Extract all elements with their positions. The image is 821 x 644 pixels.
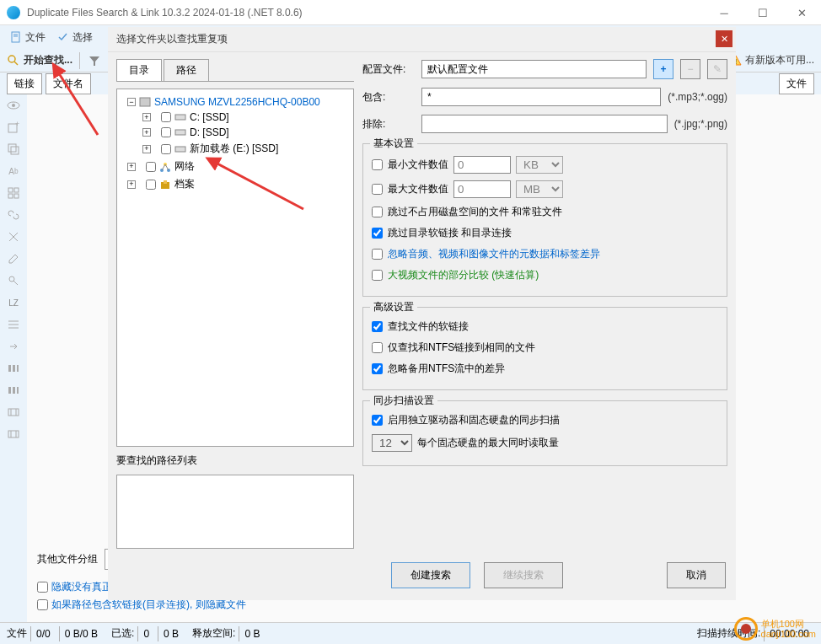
svg-rect-54 <box>175 115 185 120</box>
skip-symlink-row[interactable]: 跳过目录软链接 和目录连接 <box>372 223 718 244</box>
include-input[interactable] <box>421 88 661 106</box>
menu-select[interactable]: 选择 <box>54 29 96 46</box>
sb-arrow-icon[interactable] <box>5 339 22 354</box>
tree-drive-e[interactable]: + 新加载卷 (E:) [SSD] <box>121 140 350 158</box>
config-remove-button[interactable]: − <box>680 59 700 79</box>
min-size-label: 最小文件数值 <box>388 158 448 172</box>
ignore-alt-ntfs-row[interactable]: 忽略备用NTFS流中的差异 <box>372 358 718 379</box>
svg-rect-46 <box>17 387 19 394</box>
tree-drive-c[interactable]: + C: [SSD] <box>121 110 350 125</box>
partial-video-row[interactable]: 大视频文件的部分比较 (快速估算) <box>372 265 718 286</box>
max-size-checkbox[interactable] <box>372 184 383 195</box>
sb-bars1-icon[interactable] <box>5 317 22 332</box>
sb-film1-icon[interactable] <box>5 405 22 420</box>
sync-threads-select[interactable]: 12 <box>372 434 412 452</box>
max-unit-select[interactable]: MB <box>516 180 563 198</box>
exclude-input[interactable] <box>421 115 668 133</box>
tree-archive[interactable]: + 档案 <box>121 175 350 193</box>
tab-path[interactable]: 路径 <box>164 59 209 81</box>
sync-enable-checkbox[interactable] <box>372 415 383 426</box>
sb-copy-icon[interactable] <box>5 142 22 157</box>
new-version-notice[interactable]: ! 有新版本可用... <box>730 53 814 67</box>
min-size-checkbox[interactable] <box>372 159 383 170</box>
folder-tree[interactable]: − SAMSUNG MZVL2256HCHQ-00B00 + C: [SSD] … <box>116 89 354 447</box>
sb-grid-icon[interactable] <box>5 185 22 201</box>
tab-filename[interactable]: 文件名 <box>46 73 91 94</box>
ignore-meta-checkbox[interactable] <box>372 249 383 260</box>
tree-drive-d[interactable]: + D: [SSD] <box>121 125 350 140</box>
create-search-button[interactable]: 创建搜索 <box>391 562 470 588</box>
cancel-button[interactable]: 取消 <box>667 562 726 588</box>
tree-checkbox[interactable] <box>146 162 156 172</box>
skip-symlink-label: 跳过目录软链接 和目录连接 <box>388 226 512 240</box>
only-ntfs-checkbox[interactable] <box>372 342 383 353</box>
tree-toggle-icon[interactable]: − <box>127 98 136 106</box>
filter-icon[interactable] <box>87 53 102 68</box>
sb-eye-icon[interactable] <box>5 98 22 113</box>
tab-directory[interactable]: 目录 <box>116 59 162 81</box>
tree-root[interactable]: − SAMSUNG MZVL2256HCHQ-00B00 <box>121 94 350 110</box>
close-button[interactable]: ✕ <box>782 0 821 25</box>
tab-links[interactable]: 链接 <box>7 73 42 94</box>
statusbar: 文件 0/0 0 B/0 B 已选: 0 0 B 释放空间: 0 B 扫描持续时… <box>0 622 821 644</box>
dialog-body: 目录 路径 − SAMSUNG MZVL2256HCHQ-00B00 + C: … <box>108 52 736 557</box>
start-search-button[interactable]: 开始查找... <box>7 53 72 67</box>
sb-blocks2-icon[interactable] <box>5 383 22 398</box>
sync-enable-row[interactable]: 启用独立驱动器和固态硬盘的同步扫描 <box>372 410 718 431</box>
sb-link-icon[interactable] <box>5 207 22 223</box>
dialog-title-text: 选择文件夹以查找重复项 <box>116 32 228 46</box>
tree-checkbox[interactable] <box>161 127 171 137</box>
menu-file[interactable]: 文件 <box>7 29 49 46</box>
menu-select-label: 选择 <box>72 30 93 45</box>
pathlist-box[interactable] <box>116 475 354 549</box>
tab-file[interactable]: 文件 <box>779 73 814 94</box>
sb-lz-label[interactable]: LZ <box>5 295 22 310</box>
ignore-meta-row[interactable]: 忽略音频、视频和图像文件的元数据和标签差异 <box>372 244 718 265</box>
tree-checkbox[interactable] <box>161 144 171 154</box>
min-size-input[interactable] <box>453 156 511 174</box>
ignore-alt-ntfs-checkbox[interactable] <box>372 363 383 374</box>
max-size-input[interactable] <box>453 180 511 198</box>
dialog-close-button[interactable]: ✕ <box>716 30 732 47</box>
tree-toggle-icon[interactable]: + <box>127 163 136 171</box>
maximize-button[interactable]: ☐ <box>743 0 782 25</box>
sb-wrench-icon[interactable] <box>5 273 22 288</box>
tree-toggle-icon[interactable]: + <box>142 145 151 153</box>
tree-network[interactable]: + 网络 <box>121 158 350 175</box>
hide-softlink-checkbox[interactable] <box>37 599 48 610</box>
sb-film2-icon[interactable] <box>5 427 22 442</box>
tree-checkbox[interactable] <box>161 112 171 122</box>
tree-toggle-icon[interactable]: + <box>142 128 151 137</box>
only-ntfs-row[interactable]: 仅查找和NTFS链接到相同的文件 <box>372 337 718 358</box>
sb-add-icon[interactable]: + <box>5 120 22 135</box>
svg-rect-63 <box>164 180 167 184</box>
tree-network-label: 网络 <box>174 159 195 174</box>
skip-nospace-row[interactable]: 跳过不占用磁盘空间的文件 和常驻文件 <box>372 201 718 223</box>
tree-toggle-icon[interactable]: + <box>127 180 136 189</box>
find-softlinks-row[interactable]: 查找文件的软链接 <box>372 316 718 337</box>
max-size-row: 最大文件数值 MB <box>372 177 718 201</box>
sb-tool-icon[interactable] <box>5 251 22 266</box>
skip-nospace-checkbox[interactable] <box>372 207 383 217</box>
config-input[interactable] <box>421 60 647 78</box>
sb-x-icon[interactable] <box>5 229 22 244</box>
min-unit-select[interactable]: KB <box>516 156 563 174</box>
skip-symlink-checkbox[interactable] <box>372 228 383 239</box>
minimize-button[interactable]: ─ <box>705 0 743 25</box>
tree-checkbox[interactable] <box>146 180 156 190</box>
sb-blocks1-icon[interactable] <box>5 361 22 376</box>
sync-threads-label: 每个固态硬盘的最大同时读取量 <box>417 436 559 450</box>
config-edit-button[interactable]: ✎ <box>707 59 727 79</box>
svg-rect-47 <box>8 409 19 416</box>
dialog-tabs: 目录 路径 <box>116 59 354 82</box>
continue-search-button[interactable]: 继续搜索 <box>484 562 563 588</box>
svg-point-3 <box>8 56 15 62</box>
sb-text-icon[interactable]: Ab <box>5 164 22 179</box>
partial-video-checkbox[interactable] <box>372 270 383 281</box>
hide-no-dup-checkbox[interactable] <box>37 582 48 593</box>
watermark: 单机100网 danji100.com <box>734 617 816 641</box>
tree-drive-d-label: D: [SSD] <box>190 126 229 138</box>
find-softlinks-checkbox[interactable] <box>372 321 383 332</box>
config-add-button[interactable]: + <box>653 59 673 79</box>
tree-toggle-icon[interactable]: + <box>142 113 151 121</box>
